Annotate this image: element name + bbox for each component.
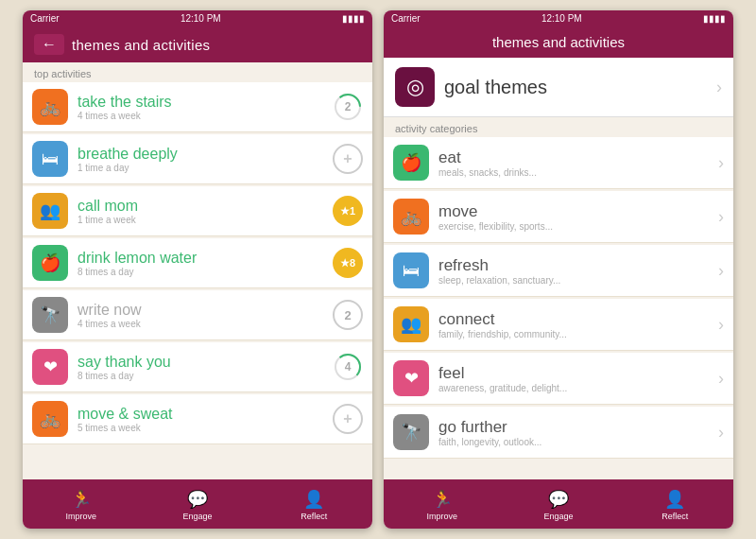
activity-icon-heart: ❤ <box>32 349 68 385</box>
nav-item-improve[interactable]: 🏃 Improve <box>23 489 139 521</box>
category-name: move <box>438 202 709 221</box>
list-item[interactable]: 🍎 eat meals, snacks, drinks... › <box>384 137 733 189</box>
right-battery: ▮▮▮▮ <box>703 13 726 24</box>
goal-themes-banner[interactable]: ◎ goal themes › <box>384 58 733 117</box>
chevron-right-icon: › <box>718 423 724 443</box>
left-battery: ▮▮▮▮ <box>342 13 365 24</box>
category-text: move exercise, flexibility, sports... <box>438 202 709 232</box>
chevron-right-icon: › <box>718 315 724 335</box>
improve-icon: 🏃 <box>71 489 92 510</box>
activity-badge-star: ★1 <box>333 196 363 226</box>
chevron-right-icon: › <box>716 78 722 97</box>
category-text: go further faith, longevity, outlook... <box>438 418 709 447</box>
left-header-title: themes and activities <box>72 37 210 53</box>
activity-name: take the stairs <box>77 94 323 111</box>
list-item[interactable]: 🔭 write now 4 times a week 2 <box>23 290 372 340</box>
list-item[interactable]: 🛏 breathe deeply 1 time a day + <box>23 134 372 184</box>
left-phone: Carrier 12:10 PM ▮▮▮▮ ← themes and activ… <box>23 10 372 529</box>
activity-icon-bike2: 🚲 <box>32 401 68 437</box>
left-header: ← themes and activities <box>23 26 372 62</box>
category-name: feel <box>438 364 709 383</box>
left-carrier: Carrier <box>30 13 60 24</box>
nav-label-reflect: Reflect <box>301 512 327 521</box>
nav-item-engage[interactable]: 💬 Engage <box>139 489 255 521</box>
list-item[interactable]: 🔭 go further faith, longevity, outlook..… <box>384 407 733 459</box>
category-text: feel awareness, gratitude, delight... <box>438 364 709 393</box>
right-category-list: 🍎 eat meals, snacks, drinks... › 🚲 move … <box>384 137 733 479</box>
list-item[interactable]: 🍎 drink lemon water 8 times a day ★8 <box>23 238 372 288</box>
activity-name: say thank you <box>77 354 323 371</box>
activity-text: say thank you 8 times a day <box>77 354 323 381</box>
right-section-label: activity categories <box>384 117 733 137</box>
list-item[interactable]: 🚲 move exercise, flexibility, sports... … <box>384 191 733 243</box>
activity-text: drink lemon water 8 times a day <box>77 250 323 277</box>
category-name: refresh <box>438 256 709 275</box>
category-icon-feel: ❤ <box>393 360 429 396</box>
activity-badge-plus: + <box>333 144 363 174</box>
activity-name: write now <box>77 302 323 319</box>
reflect-icon: 👤 <box>303 489 324 510</box>
category-text: connect family, friendship, community... <box>438 310 709 339</box>
goal-themes-label: goal themes <box>444 77 707 98</box>
right-carrier: Carrier <box>391 13 421 24</box>
right-header: themes and activities <box>384 26 733 58</box>
right-status-bar: Carrier 12:10 PM ▮▮▮▮ <box>384 10 733 26</box>
category-icon-go-further: 🔭 <box>393 414 429 450</box>
list-item[interactable]: ❤ feel awareness, gratitude, delight... … <box>384 353 733 405</box>
activity-freq: 5 times a week <box>77 423 323 433</box>
list-item[interactable]: 👥 call mom 1 time a week ★1 <box>23 186 372 236</box>
chevron-right-icon: › <box>718 153 724 173</box>
activity-freq: 4 times a week <box>77 319 323 329</box>
chevron-right-icon: › <box>718 369 724 389</box>
category-desc: awareness, gratitude, delight... <box>438 383 709 393</box>
left-section-label: top activities <box>23 62 372 82</box>
nav-item-reflect[interactable]: 👤 Reflect <box>256 489 372 521</box>
category-icon-connect: 👥 <box>393 306 429 342</box>
nav-item-improve-right[interactable]: 🏃 Improve <box>384 489 500 521</box>
category-icon-refresh: 🛏 <box>393 252 429 288</box>
list-item[interactable]: 👥 connect family, friendship, community.… <box>384 299 733 351</box>
list-item[interactable]: 🛏 refresh sleep, relaxation, sanctuary..… <box>384 245 733 297</box>
category-text: eat meals, snacks, drinks... <box>438 148 709 178</box>
activity-badge: 4 <box>333 352 363 382</box>
activity-text: write now 4 times a week <box>77 302 323 329</box>
nav-item-engage-right[interactable]: 💬 Engage <box>500 489 616 521</box>
back-button[interactable]: ← <box>34 34 64 55</box>
nav-label-improve: Improve <box>65 512 96 521</box>
activity-name: drink lemon water <box>77 250 323 267</box>
category-desc: sleep, relaxation, sanctuary... <box>438 275 709 286</box>
list-item[interactable]: 🚲 take the stairs 4 times a week 2 <box>23 82 372 132</box>
activity-icon-people: 👥 <box>32 193 68 229</box>
activity-freq: 8 times a day <box>77 267 323 277</box>
left-status-bar: Carrier 12:10 PM ▮▮▮▮ <box>23 10 372 26</box>
nav-label-engage: Engage <box>182 512 212 521</box>
right-bottom-nav: 🏃 Improve 💬 Engage 👤 Reflect <box>384 479 733 529</box>
list-item[interactable]: ❤ say thank you 8 times a day 4 <box>23 342 372 392</box>
category-desc: meals, snacks, drinks... <box>438 167 709 178</box>
category-name: connect <box>438 310 709 329</box>
reflect-icon-right: 👤 <box>664 489 685 510</box>
category-desc: family, friendship, community... <box>438 329 709 339</box>
category-desc: faith, longevity, outlook... <box>438 437 709 447</box>
chevron-right-icon: › <box>718 207 724 227</box>
right-header-title: themes and activities <box>492 34 625 50</box>
nav-label-improve-right: Improve <box>426 512 457 521</box>
activity-text: call mom 1 time a week <box>77 198 323 225</box>
engage-icon-right: 💬 <box>548 489 569 510</box>
chevron-right-icon: › <box>718 261 724 281</box>
activity-freq: 4 times a week <box>77 111 323 121</box>
activity-text: take the stairs 4 times a week <box>77 94 323 121</box>
activity-name: call mom <box>77 198 323 215</box>
badge-value: 2 <box>345 100 352 113</box>
activity-freq: 8 times a day <box>77 371 323 381</box>
left-activity-list: 🚲 take the stairs 4 times a week 2 🛏 <box>23 82 372 479</box>
activity-icon-bed: 🛏 <box>32 141 68 177</box>
nav-item-reflect-right[interactable]: 👤 Reflect <box>617 489 733 521</box>
category-name: eat <box>438 148 709 167</box>
list-item[interactable]: 🚲 move & sweat 5 times a week + <box>23 394 372 444</box>
activity-name: move & sweat <box>77 406 323 423</box>
nav-label-engage-right: Engage <box>543 512 573 521</box>
right-phone: Carrier 12:10 PM ▮▮▮▮ themes and activit… <box>384 10 733 529</box>
left-time: 12:10 PM <box>180 13 221 24</box>
category-icon-eat: 🍎 <box>393 145 429 181</box>
